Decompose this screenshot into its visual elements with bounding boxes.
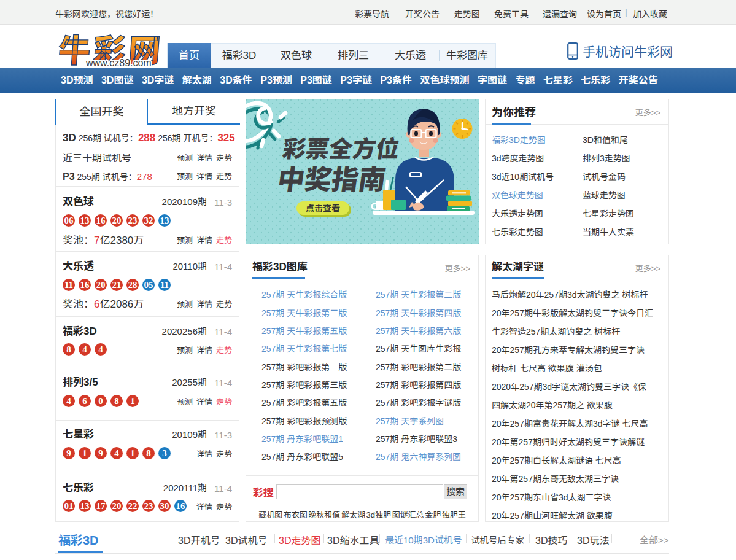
svg-text:中奖指南: 中奖指南 [276,158,389,197]
svg-text:点击查看: 点击查看 [306,201,340,214]
svg-text:www.cz89.com: www.cz89.com [85,58,152,68]
